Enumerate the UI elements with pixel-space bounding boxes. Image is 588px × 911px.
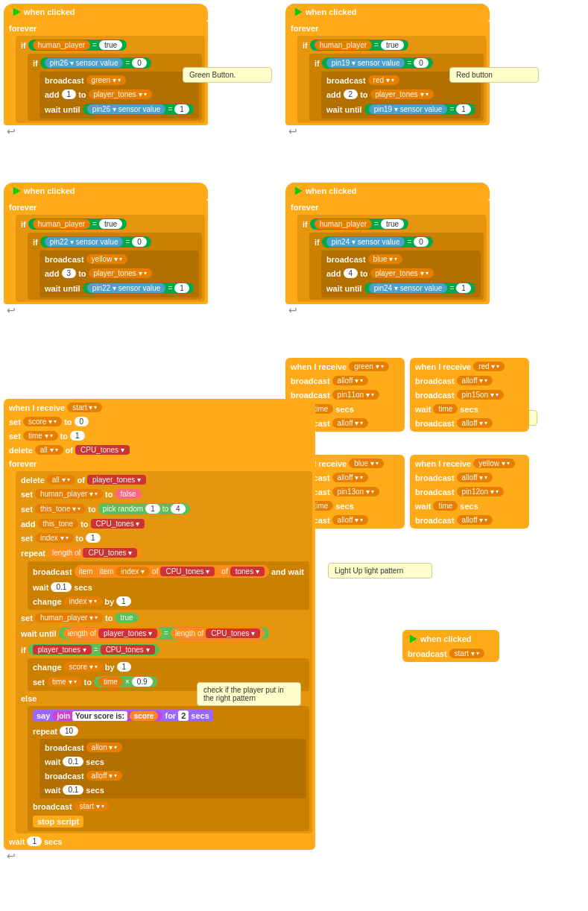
val-1-time: 1	[70, 431, 85, 441]
connector-1: ↩	[4, 125, 208, 137]
broadcast-start-label: broadcast	[33, 802, 72, 811]
if-pin22-label: if	[33, 238, 38, 247]
true-val-main: true	[115, 613, 138, 622]
green-flag-icon-4	[293, 186, 303, 196]
to-index: to	[76, 534, 83, 543]
broadcast-yellow-label: broadcast	[45, 255, 84, 264]
start-dropdown-else[interactable]: start ▾	[75, 801, 110, 811]
alloff-dropdown-1[interactable]: alloff ▾	[332, 376, 369, 385]
false-val: false	[115, 489, 141, 499]
add-this-tone-label: add	[21, 520, 36, 529]
yellow-receive-dropdown[interactable]: yellow ▾	[473, 458, 515, 468]
blue-receive-dropdown[interactable]: blue ▾	[349, 458, 384, 468]
join-block: join Your score is: score	[52, 711, 162, 721]
time-var-2: time	[98, 677, 123, 687]
repeat-label: repeat	[21, 549, 45, 558]
player-tones-list-1: player_tones ▾	[87, 475, 146, 485]
wait-until-lengths-label: wait until	[21, 629, 57, 638]
set-time-label: set	[9, 432, 21, 441]
green-dropdown[interactable]: green ▾	[86, 75, 126, 85]
alloff-dropdown-3[interactable]: alloff ▾	[457, 376, 493, 385]
val-01-3: 0.1	[63, 785, 83, 795]
human-player-dropdown-1[interactable]: human_player ▾	[35, 489, 103, 499]
val-01-2: 0.1	[63, 757, 83, 766]
group-yellow-button: when clicked forever if human_player = t…	[4, 183, 208, 316]
alloff-dropdown-7[interactable]: alloff ▾	[457, 473, 493, 482]
cpu-tones-list-1: CPU_tones ▾	[75, 445, 130, 455]
broadcast-pin12on-label: broadcast	[415, 488, 455, 497]
alloff-dropdown-9[interactable]: alloff ▾	[86, 771, 123, 781]
to-label-3: to	[78, 269, 86, 278]
alloff-dropdown-4[interactable]: alloff ▾	[457, 418, 493, 428]
true-val-2: true	[381, 40, 404, 50]
alloff-dropdown-2[interactable]: alloff ▾	[332, 418, 369, 428]
start-receive-dropdown[interactable]: start ▾	[67, 403, 102, 412]
index-dropdown-1[interactable]: index ▾	[35, 533, 74, 543]
time-var-red: time	[433, 404, 458, 414]
pin12on-dropdown[interactable]: pin12on ▾	[457, 487, 504, 497]
pin19-sensor-2: pin19 ▾ sensor value	[369, 104, 448, 114]
val-2-say: 2	[178, 710, 189, 721]
index-dropdown-2[interactable]: index ▾	[64, 596, 103, 606]
when-receive-yellow-label: when I receive	[415, 459, 471, 468]
human-player-dropdown-2[interactable]: human_player ▾	[35, 613, 103, 622]
set-this-tone-label: set	[21, 505, 33, 514]
pin11on-dropdown[interactable]: pin11on ▾	[332, 390, 379, 400]
pin13on-dropdown[interactable]: pin13on ▾	[332, 487, 379, 497]
time-multiply-block: time × 0.9	[94, 676, 157, 687]
say-join-block: say join Your score is: score for 2 secs	[33, 710, 213, 722]
if-label-1: if	[21, 41, 26, 50]
player-tones-var-2[interactable]: player_tones ▾	[370, 89, 434, 99]
human-player-var-1: human_player	[33, 40, 90, 50]
blue-dropdown[interactable]: blue ▾	[368, 254, 403, 264]
all-dropdown-1[interactable]: all ▾	[35, 445, 63, 455]
tones-eq-condition: player_tones ▾ = CPU_tones ▾	[28, 644, 159, 655]
cpu-tones-length-2: CPU_tones ▾	[206, 628, 260, 638]
time-dropdown-2[interactable]: time ▾	[47, 677, 82, 687]
group-receive-yellow: when I receive yellow ▾ broadcast alloff…	[410, 455, 529, 529]
allon-dropdown[interactable]: allon ▾	[86, 743, 123, 752]
time-var-yellow: time	[433, 501, 458, 511]
time-dropdown-1[interactable]: time ▾	[23, 431, 58, 441]
to-cpu: to	[80, 520, 88, 529]
green-receive-dropdown[interactable]: green ▾	[349, 362, 388, 371]
yellow-dropdown[interactable]: yellow ▾	[86, 254, 128, 264]
wait-01-label-3: wait	[45, 786, 60, 795]
green-flag-icon-2	[293, 7, 303, 17]
broadcast-start-bottom: broadcast	[408, 649, 447, 658]
broadcast-alloff-8: broadcast	[415, 516, 455, 525]
pin15on-dropdown[interactable]: pin15on ▾	[457, 390, 504, 400]
alloff-dropdown-5[interactable]: alloff ▾	[332, 473, 369, 482]
else-label: else	[21, 694, 37, 703]
pin26-sensor: pin26 ▾ sensor value	[45, 58, 124, 68]
all-dropdown-2[interactable]: all ▾	[47, 475, 75, 485]
when-receive-green-label: when I receive	[291, 362, 347, 371]
cpu-tones-item: CPU_tones ▾	[160, 567, 215, 576]
player-tones-var-4[interactable]: player_tones ▾	[370, 268, 434, 278]
this-tone-dropdown-1[interactable]: this_tone ▾	[35, 504, 86, 514]
red-receive-dropdown[interactable]: red ▾	[473, 362, 505, 371]
score-dropdown-1[interactable]: score ▾	[23, 417, 62, 426]
tones-list: tones ▾	[230, 567, 265, 576]
score-dropdown-2[interactable]: score ▾	[64, 662, 103, 672]
forever-label-2: forever	[291, 24, 318, 33]
group-green-button: when clicked forever if human_player = t…	[4, 4, 208, 137]
player-tones-var-3[interactable]: player_tones ▾	[89, 268, 152, 278]
broadcast-red-label: broadcast	[326, 76, 366, 85]
red-dropdown[interactable]: red ▾	[368, 75, 399, 85]
comment-red-button: Red button	[449, 67, 539, 83]
alloff-dropdown-8[interactable]: alloff ▾	[457, 515, 493, 525]
start-dropdown-bottom[interactable]: start ▾	[449, 649, 484, 658]
alloff-dropdown-6[interactable]: alloff ▾	[332, 515, 369, 525]
cpu-tones-length: CPU_tones ▾	[83, 548, 137, 558]
val-1-final: 1	[27, 836, 42, 846]
forever-label-main: forever	[9, 459, 37, 468]
pick-random-block: pick random 1 to 4	[98, 503, 190, 514]
pin22-val1-condition: pin22 ▾ sensor value = 1	[83, 283, 194, 294]
connector-4: ↩	[285, 304, 490, 316]
human-player-condition-3: human_player = true	[28, 218, 127, 230]
val-0-2: 0	[414, 58, 429, 68]
when-receive-start-label: when I receive	[9, 403, 65, 412]
pin19-sensor: pin19 ▾ sensor value	[326, 58, 405, 68]
player-tones-var-1[interactable]: player_tones ▾	[89, 89, 152, 99]
